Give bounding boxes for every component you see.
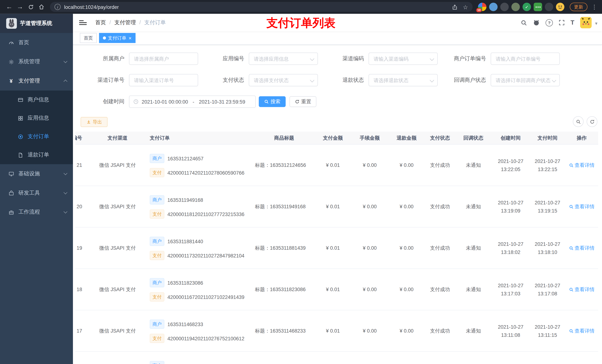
cell-title: 标题：1635311823086 (253, 269, 315, 310)
date-start: 2021-10-01 00:00:00 (142, 99, 188, 104)
pay-tag: 支付 (150, 334, 164, 343)
app-logo[interactable]: 芋道管理系统 (0, 14, 73, 33)
tab-home[interactable]: 首页 (80, 33, 97, 43)
cell-channel: 微信 JSAPI 支付 (89, 269, 146, 310)
table-header-row: 编号 支付渠道 支付订单 商品标题 支付金额 手续金额 退款金额 支付状态 回调… (75, 132, 598, 145)
merchant-tag: 商户 (150, 195, 164, 205)
channel-order-no-input[interactable] (129, 74, 198, 86)
app-id-select[interactable] (249, 52, 318, 65)
toggle-search-button[interactable] (573, 116, 583, 127)
browser-home-button[interactable] (36, 1, 47, 12)
reset-button[interactable]: 重置 (290, 96, 316, 107)
cell-channel (89, 352, 146, 364)
view-detail-link[interactable]: 查看详情 (569, 327, 595, 334)
extension-icon-4[interactable] (511, 3, 520, 11)
date-range-input[interactable]: 2021-10-01 00:00:00 - 2021-10-31 23:59:5… (129, 95, 256, 108)
fullscreen-icon[interactable] (559, 20, 565, 26)
sidebar-toggle-icon[interactable] (79, 19, 87, 26)
extension-icon-8[interactable] (556, 3, 564, 11)
bookmark-star-icon[interactable]: ☆ (463, 4, 468, 10)
extension-icon-1[interactable]: 10 (478, 3, 486, 11)
merchant-tag: 商户 (150, 361, 164, 364)
cell-notify: 未通知 (455, 145, 492, 186)
date-end: 2021-10-31 23:59:59 (199, 99, 245, 104)
search-button[interactable]: 搜索 (259, 96, 286, 107)
cell-pay-time (530, 352, 565, 364)
cell-pay-order: 商户 1635311468233 支付 42000011942021102767… (146, 310, 253, 351)
view-detail-link[interactable]: 查看详情 (569, 203, 595, 210)
breadcrumb-home[interactable]: 首页 (95, 19, 106, 26)
refresh-icon (590, 119, 595, 124)
search-icon[interactable] (521, 20, 527, 26)
merchant-input[interactable] (129, 52, 198, 65)
sidebar-item-devtools[interactable]: 研发工具 (0, 183, 73, 203)
col-notify: 回调状态 (455, 135, 492, 141)
help-icon[interactable]: ? (546, 19, 553, 26)
col-actions: 操作 (565, 135, 598, 141)
browser-reload-button[interactable] (25, 1, 36, 12)
sidebar-item-app-info[interactable]: 应用信息 (0, 109, 73, 127)
view-detail-link[interactable]: 查看详情 (569, 162, 595, 168)
cell-pay-order: 商户 1635312124657 支付 42000011742021102780… (146, 145, 253, 186)
site-info-icon[interactable]: i (55, 4, 61, 10)
browser-update-button[interactable]: 更新 (570, 3, 587, 11)
sidebar-item-system[interactable]: 系统管理 (0, 52, 73, 71)
cell-title (253, 352, 315, 364)
home-icon (38, 4, 44, 10)
merchant-order-no: 1635311468233 (167, 321, 203, 327)
export-button[interactable]: 导出 (81, 117, 108, 127)
extension-icon-7[interactable] (545, 3, 553, 11)
sidebar-item-pay-order[interactable]: 支付订单 (0, 127, 73, 146)
search-icon (576, 119, 581, 124)
reload-icon (28, 4, 33, 10)
orders-table[interactable]: 编号 支付渠道 支付订单 商品标题 支付金额 手续金额 退款金额 支付状态 回调… (75, 132, 602, 364)
filter-label: 应用编号 (201, 55, 249, 62)
close-tab-icon[interactable]: × (129, 35, 132, 41)
channel-code-select[interactable] (369, 52, 438, 65)
browser-forward-button[interactable]: → (15, 1, 25, 12)
pay-tag: 支付 (150, 292, 164, 302)
cell-id: 20 (75, 186, 89, 227)
view-detail-link[interactable]: 查看详情 (569, 245, 595, 251)
browser-back-button[interactable]: ← (4, 1, 15, 12)
cell-channel: 微信 JSAPI 支付 (89, 186, 146, 227)
sidebar-item-refund-order[interactable]: 退款订单 (0, 146, 73, 164)
font-size-icon[interactable]: T (570, 19, 574, 26)
refund-status-select[interactable] (369, 74, 438, 86)
table-row: 16 商户 1635311157306 支付 (75, 352, 598, 364)
cell-refund: ¥ 0.00 (388, 310, 425, 351)
browser-menu-icon[interactable]: ⋮ (591, 3, 598, 10)
share-icon[interactable] (452, 4, 457, 10)
search-icon (264, 99, 269, 104)
merchant-order-no-input[interactable] (491, 52, 560, 65)
tab-pay-order[interactable]: 支付订单 × (99, 33, 135, 43)
cell-pay-time: 2021-10-2713:22:15 (530, 145, 565, 186)
url-bar[interactable]: i localhost:1024/pay/order ☆ (50, 2, 473, 12)
breadcrumb-payment[interactable]: 支付管理 (106, 19, 136, 26)
extension-icon-6[interactable] (534, 3, 542, 11)
sidebar: 芋道管理系统 首页 系统管理 ¥ 支付管理 商户信息 (0, 14, 73, 364)
cell-status: 支付成功 (425, 228, 455, 269)
caret-down-icon[interactable]: ▾ (595, 21, 598, 28)
sidebar-item-merchant-info[interactable]: 商户信息 (0, 90, 73, 109)
cell-id: 16 (75, 352, 89, 364)
pay-status-select[interactable] (249, 74, 318, 86)
sidebar-item-home[interactable]: 首页 (0, 33, 73, 52)
user-avatar[interactable] (580, 17, 592, 28)
github-icon[interactable] (533, 19, 540, 26)
view-detail-link[interactable]: 查看详情 (569, 286, 595, 293)
filter-label: 创建时间 (81, 98, 129, 105)
refresh-table-button[interactable] (587, 116, 597, 127)
forward-icon: → (17, 3, 23, 11)
tags-view-bar: 首页 支付订单 × (73, 31, 602, 45)
extension-icon-2[interactable] (489, 3, 498, 11)
cell-fee: ¥ 0.00 (351, 269, 388, 310)
extension-icon-3[interactable] (500, 3, 509, 11)
notify-status-select[interactable] (491, 74, 560, 86)
sidebar-item-workflow[interactable]: 工作流程 (0, 203, 73, 222)
sidebar-item-infra[interactable]: 基础设施 (0, 164, 73, 184)
sidebar-item-payment[interactable]: ¥ 支付管理 (0, 71, 73, 91)
cell-channel: 微信 JSAPI 支付 (89, 310, 146, 351)
extension-icon-5[interactable]: ✓ (523, 3, 531, 11)
cell-status (425, 352, 455, 364)
